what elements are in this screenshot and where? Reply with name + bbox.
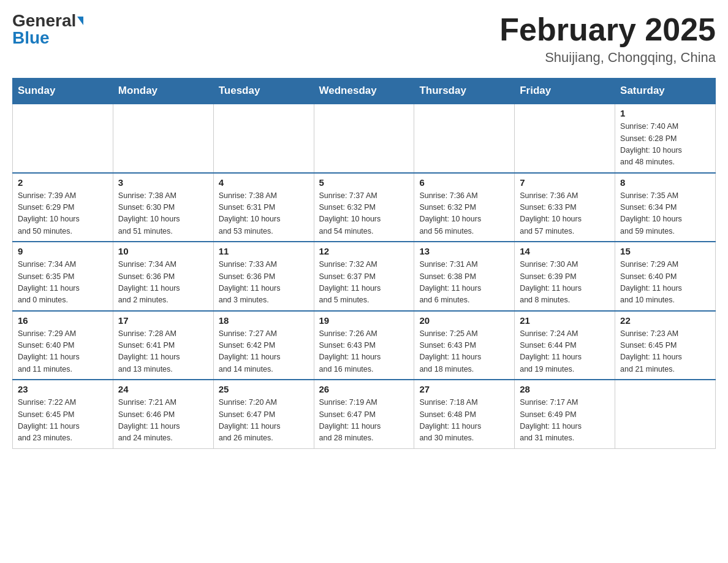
day-of-week-header: Monday <box>113 79 213 104</box>
day-of-week-header: Wednesday <box>314 79 414 104</box>
day-info: Sunrise: 7:19 AM Sunset: 6:47 PM Dayligh… <box>319 397 409 445</box>
calendar-cell: 9Sunrise: 7:34 AM Sunset: 6:35 PM Daylig… <box>13 242 113 311</box>
logo-triangle-icon <box>77 17 83 25</box>
calendar-cell: 25Sunrise: 7:20 AM Sunset: 6:47 PM Dayli… <box>213 380 314 448</box>
day-of-week-header: Saturday <box>615 79 716 104</box>
day-of-week-header: Tuesday <box>213 79 314 104</box>
calendar-cell: 22Sunrise: 7:23 AM Sunset: 6:45 PM Dayli… <box>615 311 716 380</box>
calendar-cell: 6Sunrise: 7:36 AM Sunset: 6:32 PM Daylig… <box>414 173 515 242</box>
calendar-cell <box>13 104 113 173</box>
day-info: Sunrise: 7:36 AM Sunset: 6:33 PM Dayligh… <box>520 190 610 238</box>
day-info: Sunrise: 7:38 AM Sunset: 6:30 PM Dayligh… <box>118 190 208 238</box>
calendar-cell: 1Sunrise: 7:40 AM Sunset: 6:28 PM Daylig… <box>615 104 716 173</box>
calendar-cell <box>314 104 414 173</box>
calendar-cell <box>414 104 515 173</box>
day-number: 9 <box>18 246 108 256</box>
day-number: 3 <box>118 177 208 188</box>
day-info: Sunrise: 7:37 AM Sunset: 6:32 PM Dayligh… <box>319 190 409 238</box>
calendar-cell: 2Sunrise: 7:39 AM Sunset: 6:29 PM Daylig… <box>13 173 113 242</box>
calendar-table: SundayMondayTuesdayWednesdayThursdayFrid… <box>12 78 716 449</box>
day-number: 12 <box>319 246 409 256</box>
day-info: Sunrise: 7:23 AM Sunset: 6:45 PM Dayligh… <box>620 328 710 376</box>
calendar-cell <box>113 104 213 173</box>
day-number: 16 <box>18 315 108 326</box>
day-info: Sunrise: 7:33 AM Sunset: 6:36 PM Dayligh… <box>219 259 309 307</box>
day-number: 4 <box>219 177 309 188</box>
day-info: Sunrise: 7:24 AM Sunset: 6:44 PM Dayligh… <box>520 328 610 376</box>
day-info: Sunrise: 7:31 AM Sunset: 6:38 PM Dayligh… <box>419 259 509 307</box>
week-row: 16Sunrise: 7:29 AM Sunset: 6:40 PM Dayli… <box>13 311 716 380</box>
day-info: Sunrise: 7:36 AM Sunset: 6:32 PM Dayligh… <box>419 190 509 238</box>
day-info: Sunrise: 7:28 AM Sunset: 6:41 PM Dayligh… <box>118 328 208 376</box>
week-row: 9Sunrise: 7:34 AM Sunset: 6:35 PM Daylig… <box>13 242 716 311</box>
day-info: Sunrise: 7:32 AM Sunset: 6:37 PM Dayligh… <box>319 259 409 307</box>
day-number: 22 <box>620 315 710 326</box>
day-number: 1 <box>620 108 710 118</box>
calendar-cell: 17Sunrise: 7:28 AM Sunset: 6:41 PM Dayli… <box>113 311 213 380</box>
day-info: Sunrise: 7:34 AM Sunset: 6:35 PM Dayligh… <box>18 259 108 307</box>
day-number: 13 <box>419 246 509 256</box>
day-info: Sunrise: 7:27 AM Sunset: 6:42 PM Dayligh… <box>219 328 309 376</box>
day-number: 21 <box>520 315 610 326</box>
day-number: 7 <box>520 177 610 188</box>
week-row: 1Sunrise: 7:40 AM Sunset: 6:28 PM Daylig… <box>13 104 716 173</box>
page-header: General Blue February 2025 Shuijiang, Ch… <box>12 12 716 66</box>
logo-general-text: General <box>12 12 76 29</box>
day-number: 19 <box>319 315 409 326</box>
day-info: Sunrise: 7:26 AM Sunset: 6:43 PM Dayligh… <box>319 328 409 376</box>
day-info: Sunrise: 7:35 AM Sunset: 6:34 PM Dayligh… <box>620 190 710 238</box>
week-row: 2Sunrise: 7:39 AM Sunset: 6:29 PM Daylig… <box>13 173 716 242</box>
location-subtitle: Shuijiang, Chongqing, China <box>499 50 716 66</box>
calendar-cell: 21Sunrise: 7:24 AM Sunset: 6:44 PM Dayli… <box>515 311 615 380</box>
calendar-cell: 8Sunrise: 7:35 AM Sunset: 6:34 PM Daylig… <box>615 173 716 242</box>
calendar-cell: 11Sunrise: 7:33 AM Sunset: 6:36 PM Dayli… <box>213 242 314 311</box>
calendar-cell: 20Sunrise: 7:25 AM Sunset: 6:43 PM Dayli… <box>414 311 515 380</box>
day-number: 10 <box>118 246 208 256</box>
calendar-cell: 13Sunrise: 7:31 AM Sunset: 6:38 PM Dayli… <box>414 242 515 311</box>
day-info: Sunrise: 7:30 AM Sunset: 6:39 PM Dayligh… <box>520 259 610 307</box>
day-of-week-header: Thursday <box>414 79 515 104</box>
day-info: Sunrise: 7:20 AM Sunset: 6:47 PM Dayligh… <box>219 397 309 445</box>
calendar-cell: 28Sunrise: 7:17 AM Sunset: 6:49 PM Dayli… <box>515 380 615 448</box>
calendar-cell: 5Sunrise: 7:37 AM Sunset: 6:32 PM Daylig… <box>314 173 414 242</box>
day-number: 20 <box>419 315 509 326</box>
calendar-cell: 18Sunrise: 7:27 AM Sunset: 6:42 PM Dayli… <box>213 311 314 380</box>
calendar-cell: 3Sunrise: 7:38 AM Sunset: 6:30 PM Daylig… <box>113 173 213 242</box>
calendar-cell: 12Sunrise: 7:32 AM Sunset: 6:37 PM Dayli… <box>314 242 414 311</box>
logo-blue-text: Blue <box>12 29 50 47</box>
day-info: Sunrise: 7:22 AM Sunset: 6:45 PM Dayligh… <box>18 397 108 445</box>
day-info: Sunrise: 7:38 AM Sunset: 6:31 PM Dayligh… <box>219 190 309 238</box>
day-info: Sunrise: 7:34 AM Sunset: 6:36 PM Dayligh… <box>118 259 208 307</box>
calendar-cell: 14Sunrise: 7:30 AM Sunset: 6:39 PM Dayli… <box>515 242 615 311</box>
day-info: Sunrise: 7:17 AM Sunset: 6:49 PM Dayligh… <box>520 397 610 445</box>
day-number: 24 <box>118 384 208 394</box>
day-number: 14 <box>520 246 610 256</box>
day-of-week-header: Friday <box>515 79 615 104</box>
day-number: 17 <box>118 315 208 326</box>
calendar-cell <box>213 104 314 173</box>
day-info: Sunrise: 7:25 AM Sunset: 6:43 PM Dayligh… <box>419 328 509 376</box>
day-number: 18 <box>219 315 309 326</box>
calendar-cell: 27Sunrise: 7:18 AM Sunset: 6:48 PM Dayli… <box>414 380 515 448</box>
day-number: 23 <box>18 384 108 394</box>
day-number: 27 <box>419 384 509 394</box>
month-title: February 2025 <box>499 12 716 47</box>
calendar-cell: 15Sunrise: 7:29 AM Sunset: 6:40 PM Dayli… <box>615 242 716 311</box>
calendar-cell: 7Sunrise: 7:36 AM Sunset: 6:33 PM Daylig… <box>515 173 615 242</box>
day-info: Sunrise: 7:40 AM Sunset: 6:28 PM Dayligh… <box>620 121 710 169</box>
day-of-week-header: Sunday <box>13 79 113 104</box>
calendar-cell: 19Sunrise: 7:26 AM Sunset: 6:43 PM Dayli… <box>314 311 414 380</box>
day-number: 26 <box>319 384 409 394</box>
calendar-cell <box>515 104 615 173</box>
calendar-cell: 23Sunrise: 7:22 AM Sunset: 6:45 PM Dayli… <box>13 380 113 448</box>
day-info: Sunrise: 7:29 AM Sunset: 6:40 PM Dayligh… <box>18 328 108 376</box>
day-number: 2 <box>18 177 108 188</box>
day-info: Sunrise: 7:29 AM Sunset: 6:40 PM Dayligh… <box>620 259 710 307</box>
calendar-cell: 26Sunrise: 7:19 AM Sunset: 6:47 PM Dayli… <box>314 380 414 448</box>
title-section: February 2025 Shuijiang, Chongqing, Chin… <box>499 12 716 66</box>
calendar-header-row: SundayMondayTuesdayWednesdayThursdayFrid… <box>13 79 716 104</box>
day-number: 8 <box>620 177 710 188</box>
calendar-cell: 24Sunrise: 7:21 AM Sunset: 6:46 PM Dayli… <box>113 380 213 448</box>
day-number: 5 <box>319 177 409 188</box>
calendar-cell <box>615 380 716 448</box>
